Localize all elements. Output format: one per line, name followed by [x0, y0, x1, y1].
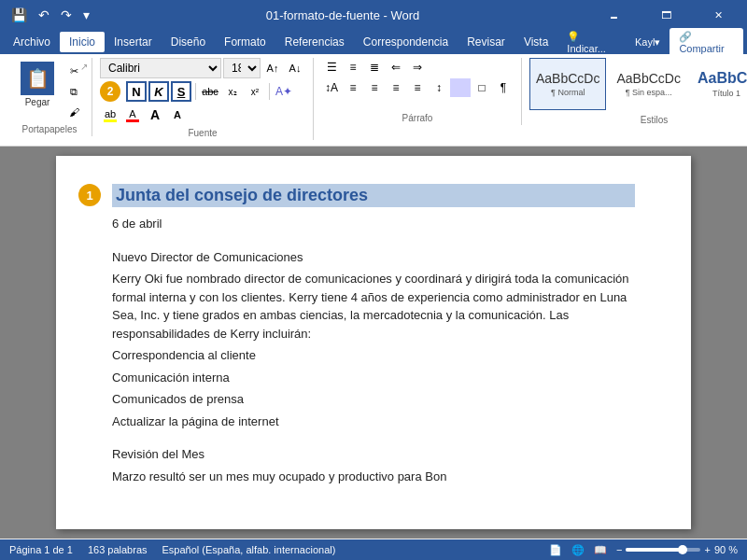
ribbon: 📋 Pegar ✂ ⧉ 🖌 Portapapeles ↗ Calibri 18 … [0, 54, 747, 147]
italic-button[interactable]: K [148, 81, 169, 102]
font-color-button[interactable]: A [122, 105, 143, 125]
font-family-select[interactable]: Calibri [100, 58, 221, 78]
section1-heading: Nuevo Director de Comunicaciones [112, 248, 635, 267]
style-normal[interactable]: AaBbCcDc ¶ Normal [529, 58, 606, 110]
portapapeles-expand[interactable]: ↗ [80, 62, 88, 72]
increase-font-button[interactable]: A↑ [262, 58, 283, 78]
sort-button[interactable]: ↕A [321, 78, 342, 97]
save-button[interactable]: 💾 [7, 6, 31, 24]
font-size-a-button[interactable]: A [145, 105, 165, 125]
align-center-button[interactable]: ≡ [364, 78, 385, 97]
page-info: Página 1 de 1 [9, 544, 73, 555]
view-read-button[interactable]: 📖 [594, 544, 607, 556]
fuente-group: Calibri 18 A↑ A↓ 2 N K S abc x₂ x² A✦ [92, 58, 314, 140]
text-highlight-button[interactable]: ab [100, 105, 120, 125]
paste-button[interactable]: 📋 Pegar [15, 58, 60, 111]
font-size-a-small-button[interactable]: A [167, 105, 188, 125]
estilos-group: AaBbCcDc ¶ Normal AaBbCcDc ¶ Sin espa...… [522, 58, 747, 127]
style-titulo1[interactable]: AaBbCc Título 1 [691, 58, 747, 110]
superscript-button[interactable]: x² [245, 81, 265, 102]
decrease-indent-button[interactable]: ⇐ [386, 58, 406, 77]
zoom-bar[interactable] [626, 548, 700, 552]
style-normal-preview: AaBbCcDc [536, 71, 599, 86]
close-button[interactable]: ✕ [697, 0, 740, 30]
subscript-button[interactable]: x₂ [222, 81, 243, 102]
menu-referencias[interactable]: Referencias [275, 32, 354, 52]
paste-label: Pegar [25, 97, 50, 107]
zoom-out-button[interactable]: − [616, 544, 622, 555]
menu-inicio[interactable]: Inicio [60, 32, 105, 52]
zoom-control: − + 90 % [616, 544, 738, 555]
bullets-button[interactable]: ☰ [321, 58, 342, 77]
style-sin-espacio-preview: AaBbCcDc [616, 71, 680, 86]
document-area: 1 Junta del consejo de directores 6 de a… [0, 147, 747, 539]
minimize-button[interactable]: 🗕 [592, 0, 635, 30]
zoom-level[interactable]: 90 % [714, 544, 738, 555]
annotation-badge-2: 2 [100, 81, 120, 102]
view-print-button[interactable]: 📄 [549, 544, 562, 556]
language: Español (España, alfab. internacional) [162, 544, 336, 555]
line-spacing-button[interactable]: ↕ [429, 78, 449, 97]
document-date: 6 de abril [112, 215, 635, 233]
title-bar-left: 💾 ↶ ↷ ▾ [7, 6, 93, 24]
text-effects-button[interactable]: A✦ [274, 81, 294, 102]
menu-revisar[interactable]: Revisar [458, 32, 514, 52]
font-row2: 2 N K S abc x₂ x² A✦ [100, 81, 305, 102]
list-item-4: Actualizar la página de internet [112, 413, 635, 431]
align-right-button[interactable]: ≡ [386, 78, 406, 97]
status-left: Página 1 de 1 163 palabras Español (Espa… [9, 544, 335, 555]
font-size-select[interactable]: 18 [223, 58, 261, 78]
menu-diseno[interactable]: Diseño [162, 32, 215, 52]
status-right: 📄 🌐 📖 − + 90 % [549, 544, 738, 556]
pilcrow-button[interactable]: ¶ [493, 78, 514, 97]
menu-bar: Archivo Inicio Insertar Diseño Formato R… [0, 30, 747, 54]
underline-button[interactable]: S [171, 81, 191, 102]
share-button[interactable]: 🔗 Compartir [669, 28, 743, 57]
copy-button[interactable]: ⧉ [63, 82, 84, 101]
list-item-2: Comunicación interna [112, 369, 635, 387]
list-item-1: Correspondencia al cliente [112, 346, 635, 365]
align-row: ↕A ≡ ≡ ≡ ≡ ↕ □ ¶ [321, 78, 514, 97]
maximize-button[interactable]: 🗖 [644, 0, 687, 30]
bold-button[interactable]: N [126, 81, 147, 102]
menu-formato[interactable]: Formato [215, 32, 275, 52]
document-page[interactable]: 1 Junta del consejo de directores 6 de a… [56, 156, 691, 529]
format-painter-button[interactable]: 🖌 [63, 103, 84, 121]
font-row1: Calibri 18 A↑ A↓ [100, 58, 305, 78]
multilevel-list-button[interactable]: ≣ [364, 58, 385, 77]
numbered-list-button[interactable]: ≡ [343, 58, 363, 77]
style-sin-espacio-label: ¶ Sin espa... [626, 88, 672, 97]
sep2 [269, 83, 270, 100]
strikethrough-button[interactable]: abc [200, 81, 220, 102]
increase-indent-button[interactable]: ⇒ [407, 58, 428, 77]
borders-button[interactable]: □ [472, 78, 492, 97]
word-count: 163 palabras [88, 544, 148, 555]
menu-correspondencia[interactable]: Correspondencia [354, 32, 458, 52]
undo-button[interactable]: ↶ [35, 6, 53, 24]
zoom-fill [626, 548, 682, 552]
parrafo-group: ☰ ≡ ≣ ⇐ ⇒ ↕A ≡ ≡ ≡ ≡ ↕ □ ¶ Párrafo [314, 58, 522, 125]
help-indicator[interactable]: 💡 Indicar... [557, 27, 626, 58]
font-row3: ab A A A [100, 105, 305, 125]
list-row: ☰ ≡ ≣ ⇐ ⇒ [321, 58, 514, 77]
zoom-in-button[interactable]: + [704, 544, 710, 555]
section2-body: Marzo resultó ser un mes muy ocupado y p… [112, 468, 635, 486]
estilos-label: Estilos [522, 115, 747, 125]
menu-vista[interactable]: Vista [514, 32, 557, 52]
window-title: 01-formato-de-fuente - Word [93, 8, 592, 22]
decrease-font-button[interactable]: A↓ [285, 58, 305, 78]
paste-icon: 📋 [21, 62, 54, 95]
user-account[interactable]: Kayl▾ [626, 33, 669, 52]
align-left-button[interactable]: ≡ [343, 78, 363, 97]
menu-insertar[interactable]: Insertar [105, 32, 162, 52]
shading-button[interactable] [450, 78, 471, 97]
parrafo-label: Párrafo [314, 113, 521, 123]
view-web-button[interactable]: 🌐 [571, 544, 585, 556]
customize-button[interactable]: ▾ [79, 6, 93, 24]
redo-button[interactable]: ↷ [57, 6, 76, 24]
section2-heading: Revisión del Mes [112, 445, 635, 464]
style-sin-espacio[interactable]: AaBbCcDc ¶ Sin espa... [610, 58, 686, 110]
zoom-thumb[interactable] [678, 545, 687, 554]
menu-archivo[interactable]: Archivo [4, 32, 60, 52]
justify-button[interactable]: ≡ [407, 78, 428, 97]
